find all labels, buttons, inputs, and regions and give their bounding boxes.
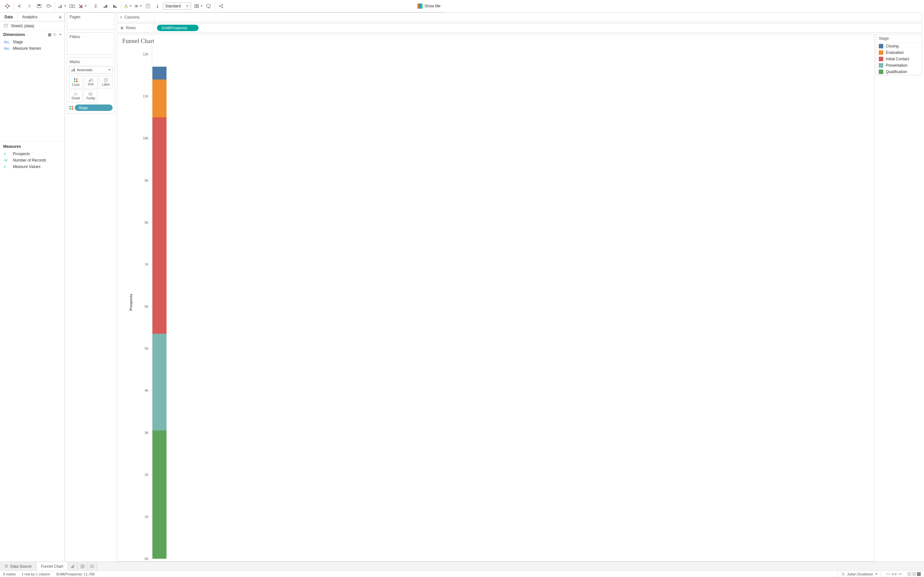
svg-rect-12	[58, 7, 59, 8]
stacked-bar[interactable]	[152, 46, 166, 278]
svg-rect-15	[69, 5, 72, 8]
marks-size-button[interactable]: Size	[84, 76, 98, 89]
pages-shelf[interactable]: Pages	[67, 13, 115, 30]
marks-card: Marks Automatic Color Size TLabel Detail…	[67, 57, 115, 114]
worksheet-view: Funnel Chart Prospects 12K11K10K9K8K7K6K…	[117, 34, 446, 278]
color-icon	[73, 78, 78, 82]
svg-text:T: T	[147, 5, 149, 8]
measure-field[interactable]: #Measure Values	[0, 163, 65, 170]
svg-text:+: +	[50, 5, 52, 8]
columns-shelf[interactable]: ⦀Columns	[117, 13, 446, 22]
measures-header: Measures	[0, 141, 65, 151]
axis-tick: 8K	[145, 221, 149, 224]
svg-point-49	[74, 93, 75, 93]
svg-point-51	[77, 93, 78, 93]
svg-rect-16	[73, 5, 75, 8]
svg-rect-34	[197, 6, 199, 8]
presentation-icon[interactable]	[205, 3, 212, 10]
columns-icon: ⦀	[120, 15, 122, 19]
tooltip-icon	[89, 93, 92, 96]
label-icon: T	[104, 78, 108, 82]
svg-line-41	[55, 35, 57, 36]
rows-shelf[interactable]: ≣Rows SUM(Prospects)	[117, 23, 446, 33]
tab-data[interactable]: Data	[0, 13, 18, 21]
svg-rect-55	[89, 93, 92, 95]
axis-tick: 10K	[143, 137, 149, 140]
svg-point-39	[4, 24, 7, 25]
svg-point-37	[222, 4, 223, 5]
bar-icon	[71, 68, 75, 72]
axis-tick: 9K	[145, 179, 149, 182]
svg-rect-17	[79, 7, 79, 8]
sort-asc-icon[interactable]	[102, 3, 109, 10]
svg-point-53	[75, 95, 76, 95]
save-icon[interactable]	[36, 3, 43, 10]
swap-icon[interactable]	[92, 3, 99, 10]
svg-text:T: T	[105, 79, 107, 82]
sheet-title[interactable]: Funnel Chart	[122, 37, 446, 45]
data-pane: Data Analytics ◆ Sheet1 (data) Dimension…	[0, 13, 65, 278]
clear-sheet-dropdown[interactable]	[78, 4, 87, 8]
pin-icon[interactable]	[154, 3, 161, 10]
marks-tooltip-button[interactable]: Tooltip	[84, 90, 97, 103]
find-field-icon[interactable]	[53, 33, 57, 37]
abc-icon: Abc	[4, 47, 10, 50]
group-dropdown[interactable]	[134, 4, 142, 8]
text-label-icon[interactable]: T	[144, 3, 152, 10]
bar-segment[interactable]	[152, 67, 166, 79]
show-me-button[interactable]: Show Me	[414, 3, 444, 9]
marks-detail-button[interactable]: Detail	[69, 90, 82, 103]
datasource-row[interactable]: Sheet1 (data)	[0, 21, 65, 31]
undo-icon[interactable]	[16, 3, 23, 10]
top-toolbar: + T Standard Show Me	[0, 0, 446, 13]
tab-analytics[interactable]: Analytics ◆	[18, 13, 65, 21]
show-me-icon	[417, 3, 423, 9]
datasource-icon	[3, 23, 8, 29]
svg-rect-22	[105, 6, 106, 8]
svg-rect-14	[61, 5, 61, 8]
number-icon: =#	[4, 159, 10, 162]
measure-field[interactable]: #Prospects	[0, 151, 65, 157]
view-as-table-icon[interactable]: ▦	[48, 32, 51, 37]
bar-segment[interactable]	[152, 117, 166, 278]
marks-pill-stage[interactable]: Stage	[75, 105, 113, 111]
show-cards-dropdown[interactable]	[194, 4, 202, 8]
svg-rect-33	[197, 5, 199, 6]
bar-segment[interactable]	[152, 79, 166, 117]
marks-color-button[interactable]: Color	[69, 76, 83, 89]
tableau-logo-icon[interactable]	[4, 3, 11, 10]
svg-point-29	[136, 5, 138, 7]
mark-type-dropdown[interactable]: Automatic	[69, 66, 113, 74]
fit-dropdown[interactable]: Standard	[163, 3, 191, 10]
rows-pill-sum-prospects[interactable]: SUM(Prospects)	[157, 25, 199, 31]
dimension-field[interactable]: AbcMeasure Names	[0, 45, 65, 52]
svg-rect-27	[124, 7, 128, 8]
share-icon[interactable]	[218, 3, 225, 10]
number-icon: #	[4, 152, 10, 156]
sort-desc-icon[interactable]	[111, 3, 118, 10]
dimensions-menu-caret[interactable]	[59, 34, 61, 35]
svg-rect-21	[103, 7, 105, 8]
svg-point-10	[47, 5, 50, 6]
svg-rect-9	[38, 5, 40, 6]
redo-icon[interactable]	[26, 3, 33, 10]
highlight-dropdown[interactable]	[124, 4, 132, 8]
svg-rect-26	[116, 7, 117, 8]
size-icon	[89, 79, 93, 82]
number-icon: #	[4, 165, 10, 169]
filters-shelf[interactable]: Filters	[67, 32, 115, 55]
svg-rect-13	[60, 6, 60, 8]
svg-rect-35	[207, 5, 210, 7]
new-worksheet-dropdown[interactable]	[58, 4, 66, 8]
duplicate-sheet-icon[interactable]	[69, 3, 76, 10]
svg-point-46	[90, 79, 93, 81]
svg-point-54	[77, 95, 78, 95]
marks-label-button[interactable]: TLabel	[99, 76, 113, 89]
measure-field[interactable]: =#Number of Records	[0, 157, 65, 163]
svg-point-50	[75, 93, 76, 93]
svg-point-45	[89, 80, 90, 81]
svg-rect-25	[115, 6, 115, 8]
new-datasource-icon[interactable]: +	[45, 3, 52, 10]
dimension-field[interactable]: AbcStage	[0, 39, 65, 45]
expand-icon: ◆	[59, 15, 61, 19]
